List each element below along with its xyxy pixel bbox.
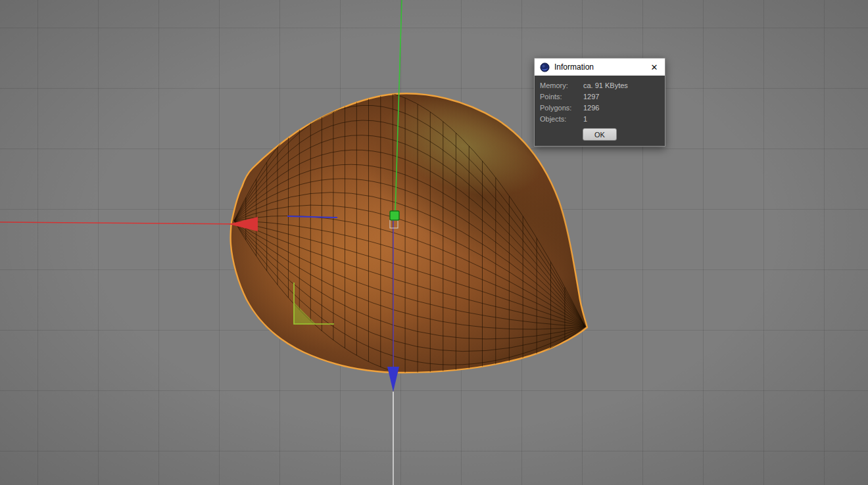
down-axis-arrow[interactable] [387, 367, 399, 392]
close-icon[interactable]: ✕ [649, 62, 660, 72]
viewport-3d[interactable] [0, 0, 868, 485]
objects-value: 1 [583, 114, 587, 125]
polygons-value: 1296 [583, 103, 599, 114]
memory-value: ca. 91 KBytes [583, 80, 628, 91]
memory-label: Memory: [539, 80, 583, 91]
x-axis-line[interactable] [0, 222, 245, 224]
dialog-body: Memory: ca. 91 KBytes Points: 1297 Polyg… [535, 76, 665, 146]
cinema4d-logo-icon [540, 62, 550, 72]
objects-row: Objects: 1 [539, 114, 661, 125]
points-row: Points: 1297 [539, 91, 661, 103]
y-axis-handle[interactable] [390, 211, 399, 220]
points-label: Points: [539, 91, 583, 103]
scene-canvas[interactable] [0, 0, 868, 485]
objects-label: Objects: [539, 114, 583, 125]
polygons-row: Polygons: 1296 [539, 103, 661, 114]
polygons-label: Polygons: [539, 103, 583, 114]
dialog-titlebar[interactable]: Information ✕ [535, 58, 665, 76]
points-value: 1297 [583, 91, 599, 103]
information-dialog: Information ✕ Memory: ca. 91 KBytes Poin… [534, 58, 665, 147]
memory-row: Memory: ca. 91 KBytes [539, 80, 661, 91]
ok-button[interactable]: OK [583, 128, 617, 141]
dialog-title: Information [554, 62, 644, 72]
